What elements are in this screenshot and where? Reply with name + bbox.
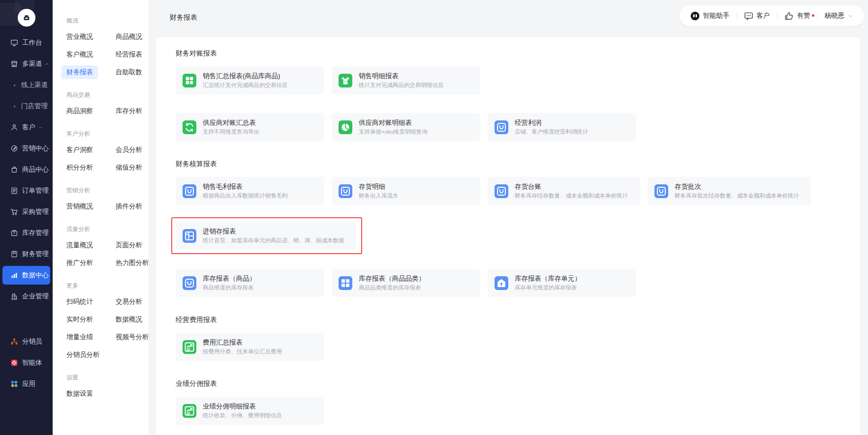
report-card-row: 销售毛利报表根据商品出入库数据统计销售毛利存货明细财务出入库流水存货台账财务库存…	[176, 177, 840, 205]
topbar-actions: 智能助手客户有赞杨晓恩	[680, 5, 865, 26]
report-card-supplier-reconcile-summary[interactable]: 供应商对账汇总表支持不同维度查询导出	[176, 113, 324, 141]
topbar-action-youzan[interactable]: 有赞	[777, 11, 817, 21]
submenu-item-label: 积分分析	[62, 161, 98, 174]
workbench-icon	[10, 39, 18, 47]
sidebar-item-ai-agent[interactable]: 智能体	[0, 356, 53, 369]
topbar-action-label: 客户	[757, 11, 770, 20]
submenu-item-product-overview[interactable]: 商品概况	[116, 28, 149, 46]
sidebar-item-multichannel[interactable]: 多渠道	[0, 58, 53, 70]
robot-icon	[690, 11, 700, 21]
youzan-bag-icon	[339, 184, 352, 198]
sidebar-item-inventory-management[interactable]: 库存管理	[0, 227, 53, 239]
submenu-item-incremental-performance[interactable]: 增量业绩	[66, 328, 116, 346]
report-card-sales-summary-report[interactable]: 销售汇总报表(商品库商品)汇总统计支付完成商品的交易信息	[176, 66, 324, 94]
report-card-row: 进销存报表统计直营、加盟库存单元的商品进、销、调、损成本数据	[176, 222, 840, 254]
report-card-operating-profit[interactable]: 经营利润店铺、客户维度经营利润统计	[488, 113, 636, 141]
report-card-description: 财务库存批次结存数量、成本金额和成本单价统计	[675, 193, 799, 199]
submenu-item-self-service-data[interactable]: 自助取数	[116, 63, 149, 81]
report-card-inventory-batch[interactable]: 存货批次财务库存批次结存数量、成本金额和成本单价统计	[648, 177, 811, 205]
submenu-item-distributor-analysis[interactable]: 分销员分析	[66, 346, 116, 364]
topbar-action-customer-service[interactable]: 客户	[737, 11, 777, 21]
shop-avatar[interactable]	[18, 9, 35, 27]
report-card-row: 库存报表（商品）商品维度的库存报表库存报表（商品品类）商品品类维度的库存报表库存…	[176, 269, 840, 297]
thumbs-up-icon	[784, 11, 794, 21]
submenu-item-video-account-analysis[interactable]: 视频号分析	[116, 328, 149, 346]
sidebar-item-distributors[interactable]: 分销员	[0, 335, 53, 348]
inventory-icon	[10, 229, 18, 237]
report-card-inventory-ledger[interactable]: 存货台账财务库存结存数量、成本金额和成本单价统计	[488, 177, 640, 205]
sync-icon	[183, 120, 196, 134]
report-card-texts: 供应商对账汇总表支持不同维度查询导出	[203, 119, 259, 135]
submenu-group: 概况营业概况商品概况客户概况经营报表财务报表自助取数	[66, 17, 149, 81]
trend-report-icon	[183, 404, 196, 418]
sidebar-item-label: 订单管理	[22, 186, 49, 195]
submenu-item-label: 数据设置	[62, 387, 98, 401]
submenu-item-realtime-analysis[interactable]: 实时分析	[66, 311, 116, 328]
report-card-sales-detail-report[interactable]: 销售明细报表统计支付完成商品的交易明细信息	[332, 66, 480, 94]
sidebar-item-label: 分销员	[22, 337, 42, 346]
sidebar-item-finance-management[interactable]: 财务管理	[0, 248, 53, 261]
sidebar-item-customers[interactable]: 客户	[0, 121, 53, 134]
report-card-commission-detail-report[interactable]: 业绩分佣明细报表统计收款、分佣、费用明细信息	[176, 397, 324, 425]
submenu-group: 客户分析客户洞察会员分析积分分析储值分析	[66, 130, 149, 176]
report-section: 财务对账报表销售汇总报表(商品库商品)汇总统计支付完成商品的交易信息销售明细报表…	[176, 49, 840, 141]
report-section: 财务核算报表销售毛利报表根据商品出入库数据统计销售毛利存货明细财务出入库流水存货…	[176, 160, 840, 297]
topbar-action-user-menu[interactable]: 杨晓恩	[818, 11, 861, 20]
submenu-item-inventory-analysis[interactable]: 库存分析	[116, 102, 149, 120]
sidebar-item-label: 营销中心	[22, 144, 49, 153]
submenu-item-scan-stats[interactable]: 扫码统计	[66, 293, 116, 311]
submenu-item-label: 客户概况	[62, 48, 98, 61]
topbar-action-smart-assistant[interactable]: 智能助手	[683, 11, 737, 21]
report-card-texts: 销售汇总报表(商品库商品)汇总统计支付完成商品的交易信息	[203, 73, 288, 88]
product-icon	[10, 166, 18, 174]
report-card-expense-summary-report[interactable]: 费用汇总报表按费用分类、往来单位汇总费用	[176, 333, 324, 361]
sidebar-item-label: 工作台	[22, 38, 42, 47]
report-card-title: 业绩分佣明细报表	[203, 403, 282, 410]
secondary-sidebar: 概况营业概况商品概况客户概况经营报表财务报表自助取数商品交易商品洞察库存分析客户…	[53, 0, 149, 435]
submenu-item-label: 财务报表	[62, 65, 98, 79]
report-card-title: 进销存报表	[203, 228, 344, 235]
submenu-item-traffic-overview[interactable]: 流量概况	[66, 236, 116, 254]
sidebar-item-purchase-management[interactable]: 采购管理	[0, 205, 53, 218]
submenu-item-product-insight[interactable]: 商品洞察	[66, 102, 116, 120]
submenu-item-financial-reports[interactable]: 财务报表	[66, 63, 116, 81]
sidebar-item-marketing-center[interactable]: 营销中心	[0, 142, 53, 155]
sidebar-item-workbench[interactable]: 工作台	[0, 36, 53, 49]
submenu-item-business-overview[interactable]: 营业概况	[66, 28, 116, 46]
submenu-item-heatmap-analysis[interactable]: 热力图分析	[116, 254, 149, 272]
submenu-item-customer-insight[interactable]: 客户洞察	[66, 141, 116, 159]
submenu-item-points-analysis[interactable]: 积分分析	[66, 159, 116, 176]
sidebar-subitem-store-management[interactable]: 门店管理	[0, 100, 53, 113]
report-card-texts: 销售毛利报表根据商品出入库数据统计销售毛利	[203, 183, 288, 199]
report-card-purchase-sales-inventory-report[interactable]: 进销存报表统计直营、加盟库存单元的商品进、销、调、损成本数据	[176, 222, 356, 250]
report-card-inventory-report-category[interactable]: 库存报表（商品品类）商品品类维度的库存报表	[332, 269, 480, 297]
report-card-inventory-detail[interactable]: 存货明细财务出入库流水	[332, 177, 480, 205]
sidebar-item-product-center[interactable]: 商品中心	[0, 163, 53, 176]
submenu-item-plugin-analysis[interactable]: 插件分析	[116, 198, 149, 215]
sidebar-item-order-management[interactable]: 订单管理	[0, 184, 53, 197]
submenu-item-trade-analysis[interactable]: 交易分析	[116, 293, 149, 311]
submenu-item-label: 客户洞察	[62, 143, 98, 157]
sidebar-item-enterprise-management[interactable]: 企业管理	[0, 290, 53, 303]
report-card-supplier-reconcile-detail[interactable]: 供应商对账明细表支持单据+sku维度明细查询	[332, 113, 480, 141]
submenu-item-member-analysis[interactable]: 会员分析	[116, 141, 149, 159]
sidebar-item-label: 数据中心	[22, 271, 49, 280]
submenu-item-operating-reports[interactable]: 经营报表	[116, 46, 149, 63]
submenu-item-stored-value-analysis[interactable]: 储值分析	[116, 159, 149, 176]
sidebar-subitem-online-channels[interactable]: 线上渠道	[0, 79, 53, 91]
submenu-item-marketing-overview[interactable]: 营销概况	[66, 198, 116, 215]
report-card-title: 经营利润	[515, 119, 589, 126]
submenu-item-promotion-analysis[interactable]: 推广分析	[66, 254, 116, 272]
submenu-item-data-overview[interactable]: 数据概况	[116, 311, 149, 328]
report-card-inventory-report-unit[interactable]: 库存报表（库存单元）库存单元维度的库存报表	[488, 269, 636, 297]
report-card-title: 库存报表（商品品类）	[359, 275, 425, 282]
submenu-item-data-settings[interactable]: 数据设置	[66, 385, 116, 403]
sidebar-item-apps[interactable]: 应用	[0, 377, 53, 390]
report-card-gross-profit-report[interactable]: 销售毛利报表根据商品出入库数据统计销售毛利	[176, 177, 324, 205]
submenu-item-label: 经营报表	[111, 48, 147, 61]
report-card-inventory-report-product[interactable]: 库存报表（商品）商品维度的库存报表	[176, 269, 324, 297]
submenu-item-page-analysis[interactable]: 页面分析	[116, 236, 149, 254]
sidebar-item-data-center[interactable]: 数据中心	[2, 266, 50, 285]
submenu-item-customer-overview[interactable]: 客户概况	[66, 46, 116, 63]
submenu-group-items: 营业概况商品概况客户概况经营报表财务报表自助取数	[66, 28, 149, 81]
